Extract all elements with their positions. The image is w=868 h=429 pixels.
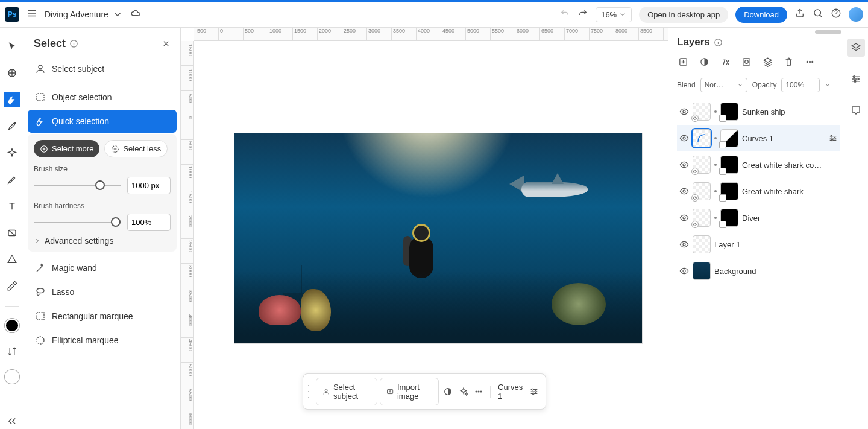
drag-handle[interactable]: [308, 385, 311, 398]
person-icon: [322, 387, 330, 396]
ctx-more-button[interactable]: [472, 383, 485, 400]
ctx-sparkle-button[interactable]: [457, 383, 470, 400]
brush-hardness-slider[interactable]: [34, 222, 121, 223]
help-button[interactable]: [831, 8, 841, 21]
foreground-color[interactable]: [5, 319, 19, 332]
layer-row[interactable]: Curves 1: [677, 125, 840, 151]
new-layer-button[interactable]: [678, 57, 688, 69]
ctx-properties-button[interactable]: [527, 383, 541, 400]
right-rail: [843, 28, 868, 429]
minus-circle-icon: [111, 145, 119, 153]
artboard[interactable]: [234, 133, 643, 344]
visibility-toggle[interactable]: [679, 160, 689, 170]
svg-point-33: [683, 164, 685, 166]
layer-name: Layer 1: [714, 240, 838, 249]
ctx-import-image-button[interactable]: Import image: [380, 378, 439, 405]
select-less-chip[interactable]: Select less: [104, 140, 168, 157]
layer-row[interactable]: ⟳Great white shark: [677, 178, 840, 205]
select-panel-title: Select: [28, 37, 177, 50]
new-adjustment-button[interactable]: [699, 57, 709, 69]
chevron-right-icon: [34, 237, 41, 244]
visibility-toggle[interactable]: [679, 240, 689, 249]
delete-layer-button[interactable]: [784, 57, 794, 69]
svg-point-39: [857, 78, 858, 80]
visibility-toggle[interactable]: [679, 266, 689, 276]
canvas[interactable]: [194, 41, 668, 429]
layer-fx-button[interactable]: [720, 57, 731, 69]
elliptical-marquee-item[interactable]: Elliptical marquee: [28, 329, 177, 352]
rectangular-marquee-item[interactable]: Rectangular marquee: [28, 305, 177, 328]
layer-row[interactable]: Background: [677, 258, 840, 284]
share-button[interactable]: [794, 8, 805, 21]
opacity-input[interactable]: 100%: [781, 78, 820, 92]
hamburger-menu[interactable]: [27, 8, 37, 21]
layer-settings-icon[interactable]: [828, 133, 838, 143]
document-title[interactable]: Diving Adventure: [45, 9, 123, 20]
svg-point-26: [809, 61, 810, 62]
retouch-tool[interactable]: [4, 172, 20, 188]
properties-tab[interactable]: [847, 70, 865, 88]
svg-point-17: [532, 389, 533, 390]
svg-point-32: [831, 139, 833, 141]
add-mask-button[interactable]: [741, 57, 752, 69]
ctx-select-subject-button[interactable]: Select subject: [316, 378, 377, 405]
layer-name: Great white shark: [742, 187, 838, 196]
collapse-tool-rail[interactable]: [4, 413, 20, 429]
plus-circle-icon: [40, 145, 48, 153]
chevron-down-icon[interactable]: [825, 82, 831, 88]
layer-row[interactable]: ⟳Great white shark co…: [677, 151, 840, 178]
layer-group-button[interactable]: [763, 57, 773, 69]
close-panel-icon[interactable]: [162, 39, 171, 48]
shape-tool[interactable]: [4, 252, 20, 267]
crop-tool[interactable]: [4, 65, 20, 81]
magic-wand-item[interactable]: Magic wand: [28, 256, 177, 279]
contextual-task-bar[interactable]: Select subject Import image Curves 1: [303, 373, 546, 410]
select-tool[interactable]: [4, 92, 20, 107]
blend-opacity-row: Blend Nor… Opacity 100%: [677, 78, 840, 92]
advanced-settings-toggle[interactable]: Advanced settings: [34, 231, 171, 246]
horizontal-scroll-indicator[interactable]: [815, 30, 841, 34]
eyedropper-tool[interactable]: [4, 278, 20, 294]
brush-size-label: Brush size: [34, 165, 171, 173]
download-button[interactable]: Download: [735, 7, 787, 23]
brush-tool[interactable]: [4, 118, 20, 134]
brush-size-input[interactable]: [127, 177, 171, 194]
zoom-select[interactable]: 16%: [596, 7, 632, 22]
layer-row[interactable]: ⟳Sunken ship: [677, 98, 840, 125]
move-tool[interactable]: [4, 39, 20, 54]
swap-colors[interactable]: [4, 343, 20, 359]
layers-more-button[interactable]: [805, 57, 815, 69]
select-more-chip[interactable]: Select more: [34, 140, 99, 157]
ctx-adjust-button[interactable]: [441, 383, 454, 400]
visibility-toggle[interactable]: [679, 186, 689, 196]
svg-point-36: [683, 243, 685, 246]
brush-hardness-input[interactable]: [127, 214, 171, 231]
blend-mode-select[interactable]: Nor…: [700, 78, 747, 92]
layer-name: Background: [714, 267, 838, 276]
cloud-sync-icon[interactable]: [130, 8, 141, 21]
background-color[interactable]: [5, 370, 19, 384]
gradient-tool[interactable]: [4, 225, 20, 241]
visibility-toggle[interactable]: [679, 213, 689, 223]
user-avatar[interactable]: [849, 7, 863, 22]
object-selection-item[interactable]: Object selection: [28, 86, 177, 109]
visibility-toggle[interactable]: [679, 107, 689, 116]
select-subject-item[interactable]: Select subject: [28, 57, 177, 80]
info-icon[interactable]: [714, 38, 723, 47]
search-button[interactable]: [813, 8, 823, 21]
brush-size-slider[interactable]: [34, 185, 121, 186]
layer-row[interactable]: ⟳Diver: [677, 205, 840, 231]
comments-tab[interactable]: [847, 101, 865, 119]
lasso-item[interactable]: Lasso: [28, 281, 177, 303]
open-in-desktop-button[interactable]: Open in desktop app: [639, 7, 728, 23]
undo-button[interactable]: [559, 8, 570, 21]
quick-selection-item[interactable]: Quick selection: [28, 110, 177, 133]
info-icon[interactable]: [69, 39, 78, 48]
redo-button[interactable]: [577, 8, 588, 21]
visibility-toggle[interactable]: [679, 133, 689, 143]
layers-tab[interactable]: [847, 39, 865, 57]
layer-row[interactable]: Layer 1: [677, 231, 840, 258]
zoom-value: 16%: [601, 10, 617, 19]
text-tool[interactable]: [4, 199, 20, 214]
generative-fill-tool[interactable]: [4, 145, 20, 161]
